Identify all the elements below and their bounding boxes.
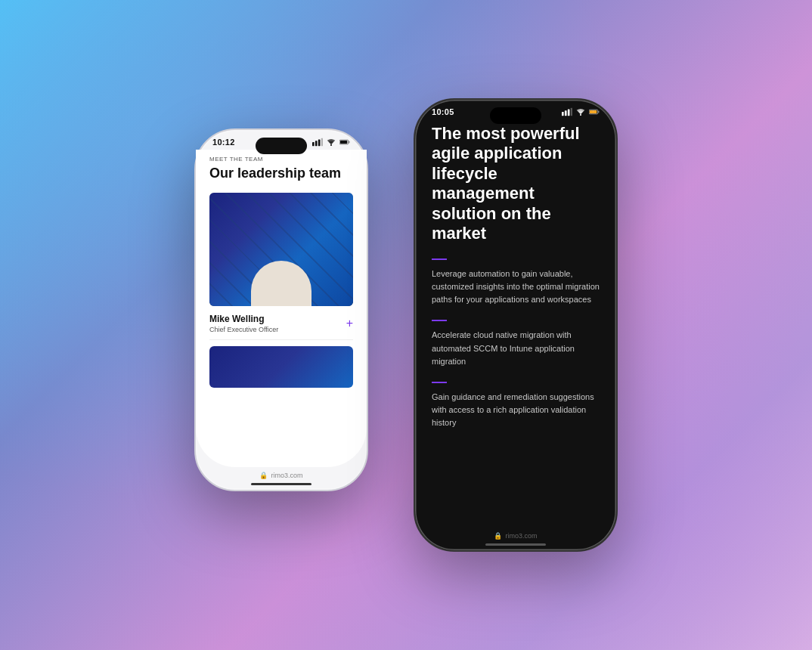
person-image-2 bbox=[209, 346, 353, 388]
phone-right-heading: The most powerful agile application life… bbox=[432, 124, 600, 243]
image-background bbox=[209, 193, 353, 306]
status-icons-right bbox=[562, 107, 600, 116]
svg-rect-10 bbox=[568, 110, 570, 116]
home-indicator-left bbox=[251, 483, 311, 485]
svg-rect-8 bbox=[562, 112, 564, 116]
person-image bbox=[209, 193, 353, 306]
dynamic-island-left bbox=[256, 138, 307, 154]
signal-icon-right bbox=[562, 107, 572, 116]
phone-left-content: MEET THE TEAM Our leadership team Mike W… bbox=[196, 150, 367, 467]
battery-icon-left bbox=[339, 138, 350, 147]
person-row: Mike Welling Chief Executive Officer + bbox=[209, 314, 353, 340]
url-text-left: rimo3.com bbox=[271, 472, 302, 479]
feature-text-2: Accelerate cloud native migration with a… bbox=[432, 329, 600, 367]
status-bar-right: 10:05 bbox=[415, 100, 616, 119]
status-icons-left bbox=[312, 138, 350, 147]
phone-right: 10:05 The most bbox=[414, 98, 618, 552]
url-bar-right: 🔒 rimo3.com bbox=[415, 532, 616, 540]
svg-rect-11 bbox=[571, 108, 572, 116]
phone-left: 10:12 MEET THE TEAM Our leade bbox=[194, 128, 368, 491]
svg-rect-6 bbox=[349, 141, 349, 144]
signal-icon-left bbox=[312, 138, 323, 147]
status-bar-left: 10:12 bbox=[196, 130, 367, 150]
svg-rect-0 bbox=[312, 142, 315, 146]
feature-item-3: Gain guidance and remediation suggestion… bbox=[432, 382, 600, 429]
feature-item-2: Accelerate cloud native migration with a… bbox=[432, 320, 600, 367]
svg-point-12 bbox=[580, 114, 581, 116]
dynamic-island-right bbox=[490, 107, 541, 124]
plus-icon[interactable]: + bbox=[346, 317, 353, 330]
svg-rect-14 bbox=[598, 111, 599, 113]
svg-rect-9 bbox=[565, 110, 567, 116]
phone-right-content: The most powerful agile application life… bbox=[415, 119, 616, 531]
svg-rect-2 bbox=[318, 140, 321, 147]
url-text-right: rimo3.com bbox=[505, 532, 537, 540]
section-label: MEET THE TEAM bbox=[209, 156, 353, 162]
svg-rect-1 bbox=[315, 141, 318, 146]
lock-icon-right: 🔒 bbox=[494, 532, 502, 540]
feature-divider-2 bbox=[432, 320, 447, 321]
svg-rect-3 bbox=[321, 138, 323, 147]
svg-point-4 bbox=[330, 144, 332, 146]
svg-rect-7 bbox=[340, 141, 348, 144]
phone-left-heading: Our leadership team bbox=[209, 166, 353, 182]
battery-icon-right bbox=[589, 107, 600, 116]
time-right: 10:05 bbox=[432, 107, 454, 116]
time-left: 10:12 bbox=[212, 138, 235, 147]
svg-rect-15 bbox=[590, 110, 597, 113]
feature-divider-1 bbox=[432, 258, 447, 260]
wifi-icon-left bbox=[326, 138, 336, 147]
person-name: Mike Welling bbox=[209, 314, 278, 324]
home-indicator-right bbox=[485, 543, 546, 546]
lock-icon-left: 🔒 bbox=[259, 472, 268, 479]
feature-text-3: Gain guidance and remediation suggestion… bbox=[432, 391, 600, 429]
feature-divider-3 bbox=[432, 382, 447, 383]
person-title: Chief Executive Officer bbox=[209, 326, 278, 333]
person-info: Mike Welling Chief Executive Officer bbox=[209, 314, 278, 333]
wifi-icon-right bbox=[575, 107, 586, 116]
url-bar-left: 🔒 rimo3.com bbox=[196, 472, 367, 479]
feature-item-1: Leverage automation to gain valuable, cu… bbox=[432, 258, 600, 306]
feature-text-1: Leverage automation to gain valuable, cu… bbox=[432, 268, 600, 306]
